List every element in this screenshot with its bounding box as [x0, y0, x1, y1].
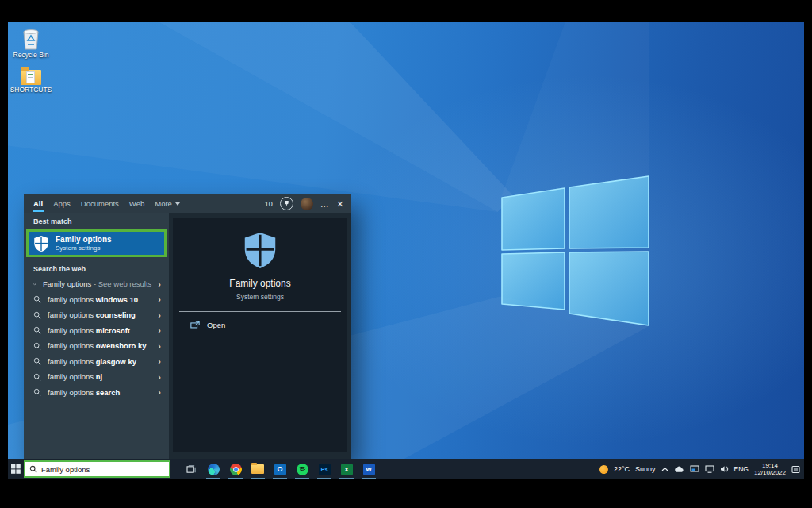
chevron-right-icon[interactable]: ›	[158, 311, 161, 319]
clock-time: 19:14	[754, 462, 786, 469]
best-match-text: Family options System settings	[56, 235, 112, 252]
hidden-icons-chevron-icon[interactable]	[661, 467, 668, 471]
task-view-button[interactable]	[182, 459, 201, 479]
windows-search-panel: All Apps Documents Web More 10 … × Best	[24, 194, 351, 459]
document-in-folder-icon	[26, 71, 35, 83]
desktop-wallpaper: Recycle Bin SHORTCUTS All Apps Documents…	[8, 22, 804, 479]
taskbar-outlook[interactable]: O	[270, 459, 289, 479]
start-button[interactable]	[8, 459, 24, 479]
excel-icon: x	[341, 464, 353, 475]
volume-icon[interactable]	[720, 465, 729, 473]
chevron-right-icon[interactable]: ›	[158, 357, 161, 365]
search-icon	[33, 342, 41, 350]
chrome-icon	[230, 464, 242, 475]
network-icon[interactable]	[705, 465, 714, 473]
web-suggestion-row[interactable]: family options owensboro ky ›	[24, 338, 169, 354]
desktop-icon-recycle-bin[interactable]: Recycle Bin	[8, 26, 54, 59]
taskbar-spotify[interactable]	[293, 459, 312, 479]
chevron-down-icon	[175, 202, 180, 206]
best-match-section-label: Best match	[24, 213, 169, 229]
task-view-icon	[186, 465, 197, 474]
search-tabs-bar: All Apps Documents Web More 10 … ×	[24, 194, 351, 213]
chevron-right-icon[interactable]: ›	[158, 326, 161, 334]
search-icon	[33, 311, 41, 319]
desktop-icon-label: Recycle Bin	[13, 52, 49, 59]
edge-icon	[208, 464, 220, 475]
taskbar-app-icons: O Ps x w	[182, 459, 378, 479]
search-header-actions: 10 … ×	[265, 197, 343, 210]
screen: Recycle Bin SHORTCUTS All Apps Documents…	[0, 0, 812, 508]
taskbar-word[interactable]: w	[359, 459, 378, 479]
weather-temperature[interactable]: 22°C	[614, 465, 630, 473]
search-input-value: Family options	[41, 465, 90, 474]
web-suggestion-row[interactable]: Family options - See web results ›	[24, 276, 169, 292]
action-center-icon[interactable]	[791, 465, 800, 474]
windows-logo-wallpaper	[500, 175, 652, 330]
tab-all[interactable]: All	[33, 197, 43, 210]
taskbar-edge[interactable]	[204, 459, 223, 479]
chevron-right-icon[interactable]: ›	[158, 342, 161, 350]
clock-date: 12/10/2022	[754, 469, 786, 476]
taskbar-clock[interactable]: 19:14 12/10/2022	[754, 462, 786, 476]
best-match-result-family-options[interactable]: Family options System settings	[26, 229, 167, 257]
language-indicator[interactable]: ENG	[734, 465, 749, 473]
open-action-button[interactable]: Open	[173, 312, 347, 329]
taskbar-search-input[interactable]: Family options	[24, 460, 170, 478]
recycle-bin-icon	[21, 26, 41, 50]
desktop-icon-label: SHORTCUTS	[10, 87, 52, 94]
chevron-right-icon[interactable]: ›	[158, 373, 161, 381]
file-explorer-icon	[251, 464, 264, 474]
preview-subtitle: System settings	[236, 293, 284, 301]
desktop-icon-shortcuts-folder[interactable]: SHORTCUTS	[8, 70, 54, 94]
wireless-display-icon[interactable]	[690, 465, 699, 473]
search-icon	[33, 388, 41, 396]
shield-icon	[243, 231, 278, 269]
search-icon	[33, 295, 41, 303]
search-results-column: Best match Family options System setting…	[24, 213, 169, 459]
preview-card: Family options System settings Open	[173, 218, 347, 452]
chevron-right-icon[interactable]: ›	[158, 388, 161, 396]
web-suggestion-row[interactable]: family options search ›	[24, 385, 169, 401]
weather-condition[interactable]: Sunny	[635, 465, 656, 473]
web-section-label: Search the web	[24, 260, 169, 276]
tab-documents[interactable]: Documents	[81, 197, 119, 210]
web-suggestion-row[interactable]: family options windows 10 ›	[24, 292, 169, 308]
user-avatar[interactable]	[301, 198, 313, 210]
web-suggestion-row[interactable]: family options counseling ›	[24, 307, 169, 323]
rewards-trophy-icon[interactable]	[280, 197, 293, 210]
best-match-subtitle: System settings	[56, 244, 112, 252]
search-icon	[33, 280, 36, 288]
web-suggestion-row[interactable]: family options microsoft ›	[24, 323, 169, 339]
chevron-right-icon[interactable]: ›	[158, 295, 161, 303]
search-icon	[33, 357, 41, 365]
chevron-right-icon[interactable]: ›	[158, 280, 161, 288]
outlook-icon: O	[274, 464, 286, 475]
tab-more[interactable]: More	[155, 197, 180, 210]
text-cursor	[94, 465, 94, 474]
more-options-button[interactable]: …	[320, 202, 330, 206]
word-icon: w	[363, 464, 375, 475]
close-icon[interactable]: ×	[337, 199, 343, 209]
weather-sun-icon[interactable]	[599, 465, 608, 474]
best-match-title: Family options	[56, 235, 112, 244]
preview-title: Family options	[229, 278, 290, 289]
search-icon	[33, 373, 41, 381]
open-icon	[190, 321, 200, 329]
photoshop-icon: Ps	[319, 464, 331, 475]
tab-web[interactable]: Web	[129, 197, 144, 210]
preview-column: Family options System settings Open	[169, 213, 351, 459]
taskbar-file-explorer[interactable]	[248, 459, 267, 479]
web-suggestion-row[interactable]: family options glasgow ky ›	[24, 354, 169, 370]
spotify-icon	[297, 464, 308, 475]
web-suggestion-row[interactable]: family options nj ›	[24, 369, 169, 385]
search-icon	[29, 465, 37, 473]
rewards-points-count: 10	[265, 200, 273, 208]
search-icon	[33, 326, 41, 334]
taskbar-photoshop[interactable]: Ps	[315, 459, 334, 479]
tab-apps[interactable]: Apps	[53, 197, 71, 210]
shield-icon	[33, 235, 49, 252]
taskbar-chrome[interactable]	[226, 459, 245, 479]
onedrive-cloud-icon[interactable]	[674, 466, 684, 473]
system-tray: 22°C Sunny ENG 19:14	[599, 462, 804, 476]
taskbar-excel[interactable]: x	[337, 459, 356, 479]
